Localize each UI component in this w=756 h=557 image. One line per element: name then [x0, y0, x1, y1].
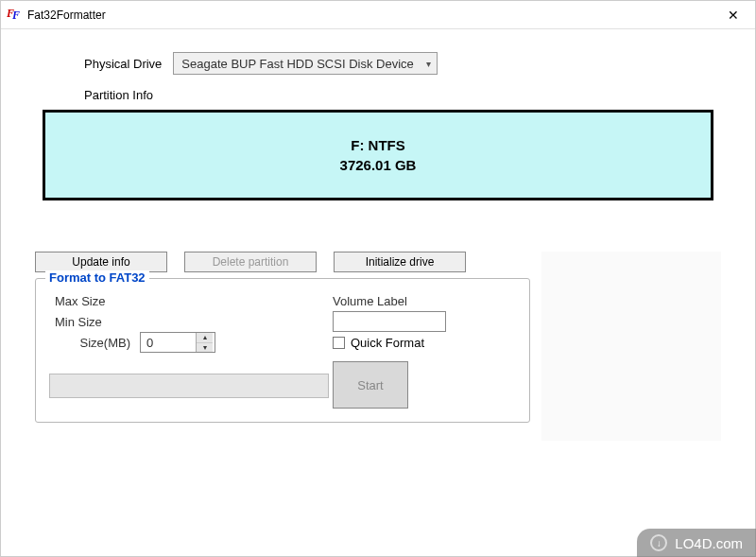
app-window: FF Fat32Formatter ✕ Physical Drive Seaga…: [0, 0, 756, 557]
start-button[interactable]: Start: [333, 361, 408, 409]
physical-drive-label: Physical Drive: [84, 57, 162, 71]
max-size-label: Max Size: [49, 294, 130, 308]
content-area: Physical Drive Seagate BUP Fast HDD SCSI…: [1, 29, 755, 556]
app-icon: FF: [7, 8, 22, 23]
partition-info-label: Partition Info: [84, 88, 721, 102]
min-size-label: Min Size: [49, 315, 130, 329]
partition-volume-text: F: NTFS: [351, 135, 405, 155]
log-panel: [541, 252, 721, 441]
arrow-up-icon[interactable]: ▴: [197, 333, 213, 343]
action-button-row: Update info Delete partition Initialize …: [35, 252, 530, 272]
size-spin-arrows[interactable]: ▴ ▾: [196, 333, 213, 352]
titlebar: FF Fat32Formatter ✕: [1, 1, 755, 29]
update-info-button[interactable]: Update info: [35, 252, 167, 272]
close-button[interactable]: ✕: [712, 1, 755, 28]
chevron-down-icon: ▾: [426, 59, 431, 69]
format-form: Max Size Min Size Size(MB) ▴ ▾: [49, 290, 516, 409]
progress-bar: [49, 374, 329, 398]
physical-drive-select[interactable]: Seagate BUP Fast HDD SCSI Disk Device ▾: [173, 52, 438, 75]
watermark: ↓ LO4D.com: [637, 529, 756, 557]
lower-section: Update info Delete partition Initialize …: [35, 252, 721, 441]
partition-visualizer[interactable]: F: NTFS 3726.01 GB: [43, 110, 713, 200]
format-groupbox: Format to FAT32 Max Size Min Size Size(M…: [35, 278, 530, 423]
quick-format-checkbox[interactable]: [333, 337, 345, 349]
controls-column: Update info Delete partition Initialize …: [35, 252, 530, 441]
physical-drive-row: Physical Drive Seagate BUP Fast HDD SCSI…: [84, 52, 721, 75]
volume-label-field[interactable]: [333, 311, 446, 332]
download-icon: ↓: [650, 534, 667, 551]
format-legend: Format to FAT32: [45, 270, 149, 285]
size-stepper[interactable]: ▴ ▾: [140, 332, 215, 353]
size-input[interactable]: [141, 333, 196, 352]
window-title: Fat32Formatter: [27, 9, 106, 22]
watermark-text: LO4D.com: [675, 535, 743, 551]
partition-size-text: 3726.01 GB: [340, 155, 417, 175]
size-label: Size(MB): [49, 336, 130, 350]
quick-format-label: Quick Format: [351, 336, 424, 350]
volume-label-label: Volume Label: [333, 294, 407, 308]
format-right-column: Volume Label Quick Format Start: [333, 290, 516, 409]
format-left-column: Max Size Min Size Size(MB) ▴ ▾: [49, 290, 333, 409]
physical-drive-selected: Seagate BUP Fast HDD SCSI Disk Device: [181, 57, 413, 71]
delete-partition-button[interactable]: Delete partition: [184, 252, 317, 272]
arrow-down-icon[interactable]: ▾: [197, 343, 213, 353]
initialize-drive-button[interactable]: Initialize drive: [334, 252, 466, 272]
